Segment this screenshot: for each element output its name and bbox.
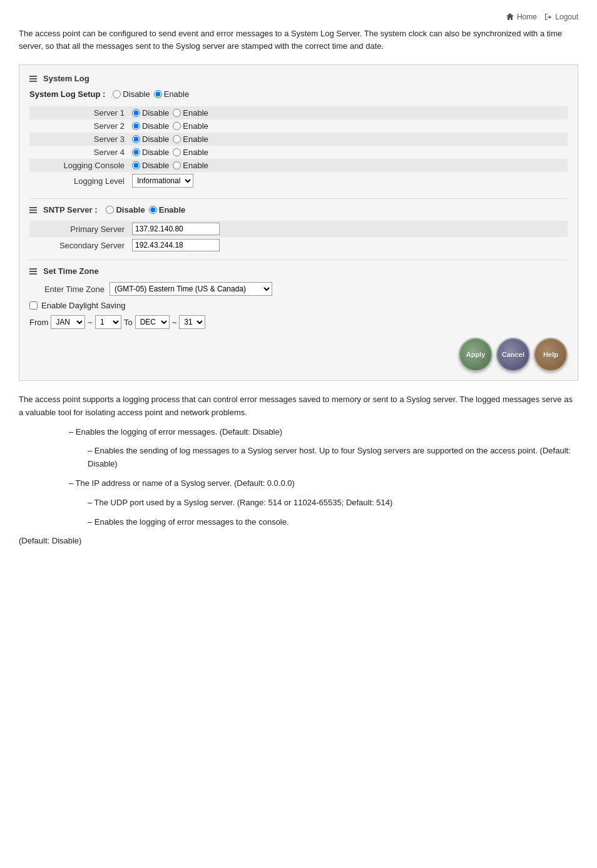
logout-link[interactable]: Logout <box>555 13 578 21</box>
daylight-row: Enable Daylight Saving <box>29 301 568 310</box>
footer-para4: – The IP address or name of a Syslog ser… <box>69 477 578 490</box>
timezone-select[interactable]: (GMT-12) International Date Line West (G… <box>110 282 272 296</box>
server1-radio-group: Disable Enable <box>132 108 565 118</box>
server3-radio-group: Disable Enable <box>132 134 565 144</box>
system-log-disable-radio[interactable] <box>113 90 121 98</box>
server4-disable-label[interactable]: Disable <box>132 148 169 157</box>
logging-console-radio-group: Disable Enable <box>132 161 565 170</box>
secondary-server-input[interactable] <box>132 239 220 251</box>
to-label: To <box>124 318 133 327</box>
server4-radio-group: Disable Enable <box>132 148 565 157</box>
server2-disable-radio[interactable] <box>132 122 140 130</box>
sntp-bars-icon <box>29 207 37 213</box>
top-nav: Home Logout <box>19 13 578 21</box>
sntp-table: Primary Server Secondary Server <box>29 221 568 253</box>
from-month-select[interactable]: JAN FEB MAR APR MAY JUN JUL AUG SEP OCT … <box>51 315 85 329</box>
footer-para3: – Enables the sending of log messages to… <box>88 445 578 471</box>
server3-enable-label[interactable]: Enable <box>173 134 208 144</box>
server4-enable-label[interactable]: Enable <box>173 148 208 157</box>
system-log-enable-label[interactable]: Enable <box>154 89 189 99</box>
system-log-header: System Log <box>29 74 568 83</box>
primary-server-row: Primary Server <box>29 221 568 237</box>
daylight-checkbox[interactable] <box>29 301 38 310</box>
logging-console-enable-label[interactable]: Enable <box>173 161 208 170</box>
logging-console-enable-radio[interactable] <box>173 161 181 169</box>
logging-level-row: Logging Level Informational Warning Erro… <box>29 172 568 189</box>
footer-para1: The access point supports a logging proc… <box>19 393 578 420</box>
server2-enable-radio[interactable] <box>173 122 181 130</box>
to-month-select[interactable]: JAN FEB MAR APR MAY JUN JUL AUG SEP OCT … <box>135 315 170 329</box>
logging-console-disable-label[interactable]: Disable <box>132 161 169 170</box>
footer-para5: – The UDP port used by a Syslog server. … <box>88 497 578 510</box>
secondary-server-row: Secondary Server <box>29 237 568 253</box>
server3-label: Server 3 <box>29 133 130 146</box>
enter-timezone-row: Enter Time Zone (GMT-12) International D… <box>29 282 568 296</box>
cancel-button[interactable]: Cancel <box>496 338 530 371</box>
system-log-title: System Log <box>43 74 89 83</box>
logging-level-select[interactable]: Informational Warning Error Critical Deb… <box>132 174 193 188</box>
sntp-disable-label[interactable]: Disable <box>106 205 145 214</box>
logging-level-label: Logging Level <box>29 172 130 189</box>
server3-disable-label[interactable]: Disable <box>132 134 169 144</box>
server2-row: Server 2 Disable Enable <box>29 119 568 133</box>
server4-enable-radio[interactable] <box>173 148 181 156</box>
server1-label: Server 1 <box>29 106 130 119</box>
footer-para2: – Enables the logging of error messages.… <box>69 426 578 439</box>
server2-radio-group: Disable Enable <box>132 121 565 131</box>
home-icon <box>506 13 514 21</box>
system-log-disable-label[interactable]: Disable <box>113 89 150 99</box>
nav-links: Home Logout <box>506 13 578 21</box>
time-zone-header: Set Time Zone <box>29 266 568 276</box>
secondary-server-label: Secondary Server <box>29 237 130 253</box>
server-table: Server 1 Disable Enable Server 2 Disable <box>29 106 568 189</box>
footer-para7: (Default: Disable) <box>19 535 578 548</box>
from-row: From JAN FEB MAR APR MAY JUN JUL AUG SEP… <box>29 315 568 329</box>
sntp-radio-group: Disable Enable <box>106 205 185 214</box>
help-button[interactable]: Help <box>534 338 568 371</box>
system-log-enable-radio[interactable] <box>154 90 162 98</box>
server4-label: Server 4 <box>29 146 130 159</box>
logging-console-disable-radio[interactable] <box>132 161 140 169</box>
buttons-row: Apply Cancel Help <box>29 338 568 371</box>
sntp-section: SNTP Server : Disable Enable Primary Ser… <box>29 198 568 253</box>
main-panel: System Log System Log Setup : Disable En… <box>19 64 578 381</box>
server1-enable-radio[interactable] <box>173 109 181 117</box>
apply-button[interactable]: Apply <box>459 338 492 371</box>
time-zone-bars-icon <box>29 268 37 275</box>
bars-icon <box>29 76 37 82</box>
system-log-setup-radio: Disable Enable <box>113 89 189 99</box>
sntp-disable-radio[interactable] <box>106 206 114 214</box>
from-tilde1: ~ <box>88 318 93 327</box>
server1-disable-radio[interactable] <box>132 109 140 117</box>
sntp-header: SNTP Server : Disable Enable <box>29 205 568 214</box>
enter-timezone-label: Enter Time Zone <box>29 285 105 294</box>
sntp-enable-radio[interactable] <box>149 206 157 214</box>
to-tilde: ~ <box>172 318 177 327</box>
time-zone-title: Set Time Zone <box>43 266 99 276</box>
from-day-select[interactable]: 1 2 31 <box>95 315 121 329</box>
intro-text: The access point can be configured to se… <box>19 28 578 52</box>
daylight-label: Enable Daylight Saving <box>41 301 125 310</box>
sntp-enable-label[interactable]: Enable <box>149 205 186 214</box>
primary-server-input[interactable] <box>132 223 220 235</box>
from-label: From <box>29 318 48 327</box>
to-day-select[interactable]: 1 31 <box>179 315 205 329</box>
server3-enable-radio[interactable] <box>173 135 181 143</box>
server4-disable-radio[interactable] <box>132 148 140 156</box>
server3-disable-radio[interactable] <box>132 135 140 143</box>
footer-section: The access point supports a logging proc… <box>19 393 578 548</box>
server1-row: Server 1 Disable Enable <box>29 106 568 119</box>
logging-console-label: Logging Console <box>29 159 130 172</box>
time-zone-section: Set Time Zone Enter Time Zone (GMT-12) I… <box>29 260 568 329</box>
server3-row: Server 3 Disable Enable <box>29 133 568 146</box>
server2-disable-label[interactable]: Disable <box>132 121 169 131</box>
home-link[interactable]: Home <box>517 13 537 21</box>
server2-enable-label[interactable]: Enable <box>173 121 208 131</box>
primary-server-label: Primary Server <box>29 221 130 237</box>
server2-label: Server 2 <box>29 119 130 133</box>
server1-disable-label[interactable]: Disable <box>132 108 169 118</box>
sntp-title: SNTP Server : <box>43 205 97 214</box>
server1-enable-label[interactable]: Enable <box>173 108 208 118</box>
system-log-setup-row: System Log Setup : Disable Enable <box>29 89 568 99</box>
footer-para6: – Enables the logging of error messages … <box>88 516 578 529</box>
